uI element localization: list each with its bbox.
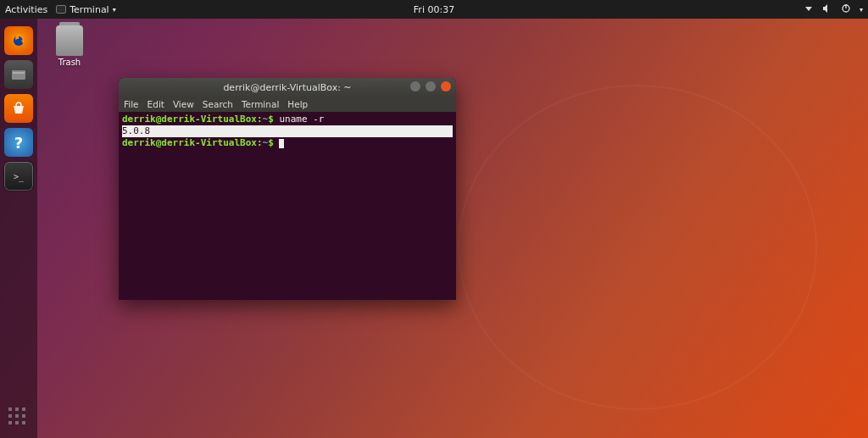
volume-icon[interactable] <box>822 3 832 16</box>
prompt-user: derrik@derrik-VirtualBox <box>122 114 257 125</box>
menu-help[interactable]: Help <box>287 99 308 109</box>
window-controls <box>410 81 451 91</box>
menu-edit[interactable]: Edit <box>147 99 164 109</box>
desktop-icon-label: Trash <box>49 58 90 67</box>
chevron-down-icon: ▾ <box>113 6 116 14</box>
prompt-symbol: $ <box>268 114 274 125</box>
clock[interactable]: Fri 00:37 <box>414 4 454 15</box>
network-icon[interactable] <box>804 3 814 16</box>
prompt-sep: : <box>257 114 263 125</box>
menu-view[interactable]: View <box>173 99 194 109</box>
terminal-line-3: derrik@derrik-VirtualBox:~$ <box>122 137 453 149</box>
dock-item-help[interactable]: ? <box>4 128 33 157</box>
trash-icon <box>56 25 83 56</box>
terminal-command: uname -r <box>279 114 324 125</box>
power-icon[interactable] <box>841 3 851 16</box>
activities-button[interactable]: Activities <box>5 4 47 15</box>
dock-item-firefox[interactable] <box>4 26 33 55</box>
prompt-symbol: $ <box>268 137 274 148</box>
terminal-output-line: 5.0.8 <box>122 125 453 137</box>
terminal-dock-icon: >_ <box>14 172 24 181</box>
desktop-icon-trash[interactable]: Trash <box>49 25 90 67</box>
menu-terminal[interactable]: Terminal <box>242 99 279 109</box>
close-button[interactable] <box>441 81 451 91</box>
prompt-user: derrik@derrik-VirtualBox <box>122 137 257 148</box>
dock-item-software[interactable] <box>4 94 33 123</box>
dock: ? >_ <box>0 19 37 438</box>
maximize-button[interactable] <box>426 81 436 91</box>
firefox-icon <box>10 32 27 49</box>
window-titlebar[interactable]: derrik@derrik-VirtualBox: ~ <box>119 78 456 97</box>
files-icon <box>11 68 26 81</box>
help-icon: ? <box>14 134 23 152</box>
software-icon <box>11 101 26 116</box>
menu-search[interactable]: Search <box>203 99 233 109</box>
dock-item-files[interactable] <box>4 60 33 89</box>
terminal-icon <box>56 5 66 14</box>
minimize-button[interactable] <box>410 81 420 91</box>
terminal-menubar: File Edit View Search Terminal Help <box>119 97 456 112</box>
terminal-cursor <box>279 139 284 148</box>
terminal-content[interactable]: derrik@derrik-VirtualBox:~$ uname -r 5.0… <box>119 112 456 300</box>
svg-rect-4 <box>13 72 25 74</box>
app-menu-label: Terminal <box>70 4 109 15</box>
dock-item-terminal[interactable]: >_ <box>4 162 33 191</box>
terminal-window: derrik@derrik-VirtualBox: ~ File Edit Vi… <box>119 78 456 300</box>
app-menu[interactable]: Terminal ▾ <box>56 4 116 15</box>
system-menu-chevron-icon[interactable]: ▾ <box>860 6 863 14</box>
svg-rect-3 <box>12 70 25 80</box>
menu-file[interactable]: File <box>124 99 139 109</box>
terminal-line-1: derrik@derrik-VirtualBox:~$ uname -r <box>122 114 453 125</box>
prompt-sep: : <box>257 137 263 148</box>
window-title: derrik@derrik-VirtualBox: ~ <box>223 82 351 93</box>
top-panel: Activities Terminal ▾ Fri 00:37 ▾ <box>0 0 868 19</box>
